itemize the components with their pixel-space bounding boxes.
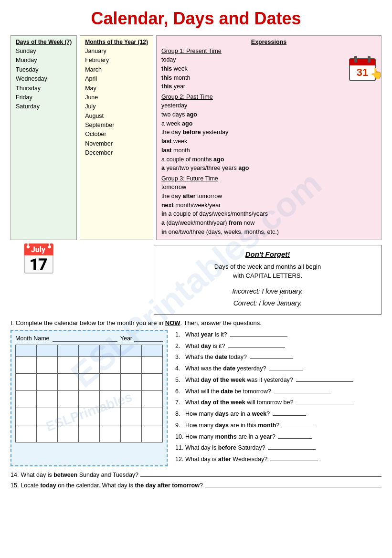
q-text: What day is before Saturday? [185,443,265,453]
hand-icon: 👆 [370,67,383,80]
days-list: SundayMondayTuesdayWednesdayThursdayFrid… [16,47,72,112]
expr-item: a (day/week/month/year) from now [161,219,376,228]
page-title: Calendar, Days and Dates [11,9,381,29]
svg-rect-4 [368,56,371,63]
answer-line[interactable] [296,381,353,382]
svg-text:31: 31 [357,66,368,78]
cal-row-1 [16,356,163,373]
answer-line[interactable] [282,427,316,427]
question-item: 3. What's the date today? [175,353,381,362]
bq15-text: Locate today on the calendar. What day i… [21,482,202,489]
q-text: What will the date be tomorrow? [185,387,271,396]
middle-section: 📅 Don't Forget! Days of the week and mon… [11,245,381,315]
answer-line[interactable] [228,347,285,348]
expr-item: this month [161,74,376,83]
answer-line[interactable] [230,336,287,337]
q-num: 8. [175,410,184,419]
year-line [134,341,163,342]
expr-item: a couple of months ago [161,155,376,164]
months-list: JanuaryFebruaryMarchAprilMayJuneJulyAugu… [85,47,148,158]
q-num: 1. [175,330,184,339]
expr-item: two days ago [161,110,376,119]
bq14-text: What day is between Sunday and Tuesday? [21,472,138,478]
month-item: April [85,74,148,84]
bottom-section: Month Name Year [11,330,381,466]
question-item: 2. What day is it? [175,342,381,351]
expr-item: this year [161,82,376,91]
year-label: Year [120,335,132,342]
answer-line[interactable] [268,449,316,450]
incorrect-example: Incorrect: I love january. [162,285,373,297]
month-item: January [85,47,148,56]
expressions-content: Group 1: Present Timetodaythis weekthis … [161,48,376,237]
q-num: 12. [175,455,184,464]
expr-item: next month/week/year [161,201,376,210]
question-item: 8. How many days are in a week? [175,410,381,419]
month-item: March [85,65,148,74]
expr-item: tomorrow [161,183,376,192]
answer-line[interactable] [274,393,331,393]
answer-line[interactable] [270,461,318,461]
bq15-line[interactable] [205,481,381,487]
q-text: How many days are in this month? [185,421,279,430]
expr-item: in a couple of days/weeks/months/years [161,210,376,219]
calendar-fill: Month Name Year [11,330,168,466]
q-num: 7. [175,398,184,407]
months-title: Months of the Year (12) [85,39,148,45]
q-text: What day is after Wednesday? [185,455,267,464]
cal-row-5 [16,425,163,442]
day-item: Tuesday [16,65,72,74]
calendar-picture: 📅 [20,245,149,274]
section-instruction: I. Complete the calendar below for the m… [11,319,381,326]
answer-line[interactable] [278,438,312,439]
dont-forget-body: Days of the week and months all beginwit… [162,262,373,281]
question-item: 7. What day of the week will tomorrow be… [175,398,381,407]
q-num: 10. [175,432,184,442]
q-text: What day is it? [185,342,225,351]
day-item: Thursday [16,84,72,93]
question-item: 6. What will the date be tomorrow? [175,387,381,396]
expr-item: today [161,55,376,64]
expr-group-title: Group 1: Present Time [161,48,376,54]
expr-item: in one/two/three (days, weeks, months, e… [161,228,376,237]
question-item: 10. How many months are in a year? [175,432,381,442]
expr-item: the day after tomorrow [161,192,376,201]
q-num: 4. [175,364,184,373]
answer-line[interactable] [269,370,303,370]
q-text: What was the date yesterday? [185,364,266,373]
q-num: 5. [175,376,184,385]
expr-item: a year/two years/three years ago [161,164,376,173]
questions-list: 1. What year is it?2. What day is it?3. … [175,330,381,464]
month-label: Month Name [15,335,50,342]
question-item: 5. What day of the week was it yesterday… [175,376,381,385]
q-num: 9. [175,421,184,430]
days-of-week-box: Days of the Week (7) SundayMondayTuesday… [11,35,77,240]
expr-item: last week [161,137,376,146]
cal-row-2 [16,373,163,390]
expressions-box: Expressions Group 1: Present Timetodayth… [156,35,381,240]
month-item: February [85,56,148,65]
dont-forget-title: Don't Forget! [162,250,373,258]
answer-line[interactable] [250,358,293,359]
day-item: Wednesday [16,74,72,84]
month-item: October [85,130,148,139]
month-item: July [85,102,148,111]
month-line [53,341,117,342]
answer-line[interactable] [273,415,306,416]
answer-line[interactable] [296,404,353,404]
cal-row-3 [16,390,163,408]
months-of-year-box: Months of the Year (12) JanuaryFebruaryM… [80,35,153,240]
bq15-num: 15. [11,482,19,489]
q-text: What's the date today? [185,353,247,362]
expr-group-title: Group 2: Past Time [161,94,376,100]
q-num: 2. [175,342,184,351]
q-num: 6. [175,387,184,396]
svg-rect-2 [350,63,375,65]
month-item: August [85,112,148,121]
cal-header-row-days [16,345,163,356]
month-item: June [85,93,148,102]
q-text: What year is it? [185,330,227,339]
month-item: November [85,139,148,148]
q-text: What day of the week will tomorrow be? [185,398,293,407]
bq14-line[interactable] [140,470,381,477]
